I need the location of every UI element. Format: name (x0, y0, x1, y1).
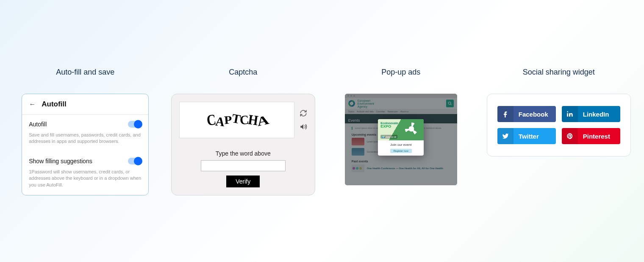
twitter-label: Twitter (514, 133, 556, 140)
svg-rect-2 (567, 113, 568, 117)
captcha-input[interactable] (201, 160, 286, 171)
modal-hero: EcoInnovate EXPO June 12-16 (378, 119, 424, 140)
suggestions-label: Show filling suggestions (29, 158, 92, 164)
column-social: Social sharing widget Facebook LinkedIn … (486, 68, 632, 156)
captcha-instruction: Type the word above (216, 150, 271, 157)
column-autofill: Auto-fill and save ← Autofill Autofill S… (13, 68, 158, 195)
back-icon[interactable]: ← (29, 100, 36, 108)
modal-date: June 12-16 (380, 135, 397, 139)
column-popup: Pop-up ads European Environment Agency T… (328, 68, 474, 185)
twitter-icon (497, 128, 514, 144)
modal-brand: EcoInnovate EXPO (380, 122, 398, 128)
popup-browser: European Environment Agency TopicsAnalys… (345, 94, 457, 185)
windmill-icon (405, 123, 418, 135)
autofill-option-1: Autofill Save and fill usernames, passwo… (22, 115, 148, 152)
linkedin-icon (562, 106, 578, 122)
popup-modal: EcoInnovate EXPO June 12-16 Join our eve… (378, 119, 424, 156)
facebook-icon (497, 106, 514, 122)
column-title: Auto-fill and save (56, 68, 114, 77)
autofill-card: ← Autofill Autofill Save and fill userna… (22, 94, 149, 195)
autofill-option-2: Show filling suggestions 1Password will … (22, 152, 148, 195)
autofill-title: Autofill (42, 100, 67, 109)
social-card: Facebook LinkedIn Twitter Pinterest (487, 94, 631, 156)
suggestions-desc: 1Password will show usernames, credit ca… (29, 169, 142, 188)
modal-title: Join our event (380, 143, 421, 147)
pinterest-button[interactable]: Pinterest (562, 128, 620, 144)
column-captcha: Captcha CAPTCHA Type the word above Veri… (171, 68, 316, 195)
svg-point-3 (567, 111, 568, 112)
column-title: Social sharing widget (523, 68, 595, 77)
facebook-label: Facebook (514, 111, 556, 118)
pinterest-label: Pinterest (578, 133, 620, 140)
twitter-button[interactable]: Twitter (497, 128, 556, 144)
linkedin-button[interactable]: LinkedIn (562, 106, 620, 122)
register-button[interactable]: Register now (390, 149, 412, 153)
pinterest-icon (562, 128, 578, 144)
suggestions-toggle[interactable] (128, 158, 142, 164)
facebook-button[interactable]: Facebook (497, 106, 556, 122)
column-title: Captcha (229, 68, 257, 77)
captcha-image: CAPTCHA (179, 102, 294, 138)
autofill-desc: Save and fill usernames, passwords, cred… (29, 132, 142, 145)
linkedin-label: LinkedIn (578, 111, 620, 118)
autofill-label: Autofill (29, 121, 47, 128)
refresh-icon[interactable] (300, 109, 307, 117)
verify-button[interactable]: Verify (226, 176, 260, 187)
audio-icon[interactable] (300, 123, 307, 131)
column-title: Pop-up ads (381, 68, 420, 77)
autofill-header: ← Autofill (22, 94, 148, 115)
captcha-card: CAPTCHA Type the word above Verify (171, 94, 315, 195)
autofill-toggle[interactable] (128, 121, 142, 128)
